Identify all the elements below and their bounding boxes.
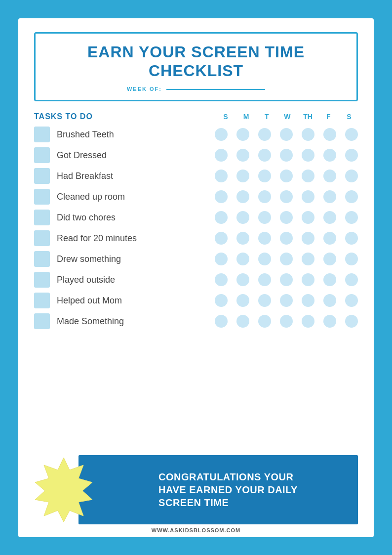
task-circle[interactable] (236, 232, 249, 245)
task-circle[interactable] (345, 170, 358, 182)
task-circle[interactable] (258, 253, 271, 265)
task-circle[interactable] (323, 149, 336, 162)
task-circle[interactable] (323, 315, 336, 328)
task-circle[interactable] (236, 211, 249, 224)
week-of-label: WEEK OF: (127, 86, 162, 92)
title-line1: EARN YOUR SCREEN TIME (87, 43, 305, 61)
task-circle[interactable] (236, 190, 249, 203)
task-circle[interactable] (302, 253, 314, 265)
task-circle[interactable] (236, 149, 249, 162)
task-circle[interactable] (258, 273, 271, 286)
task-circle[interactable] (215, 128, 228, 141)
task-circle[interactable] (258, 170, 271, 182)
task-circle[interactable] (215, 273, 228, 286)
task-circle[interactable] (302, 232, 314, 245)
task-checkbox[interactable] (34, 272, 50, 288)
task-circle[interactable] (236, 253, 249, 265)
task-circle[interactable] (258, 232, 271, 245)
task-circle[interactable] (236, 294, 249, 307)
task-circle[interactable] (302, 190, 314, 203)
task-circle[interactable] (323, 190, 336, 203)
task-circle[interactable] (280, 294, 293, 307)
website-footer: WWW.ASKIDSBLOSSOM.COM (34, 524, 358, 537)
task-circle[interactable] (345, 253, 358, 265)
task-circle[interactable] (345, 294, 358, 307)
task-circle[interactable] (302, 273, 314, 286)
task-circle[interactable] (280, 232, 293, 245)
task-circle[interactable] (302, 211, 314, 224)
task-circle[interactable] (323, 253, 336, 265)
day-fri: F (319, 113, 337, 121)
task-circle[interactable] (215, 232, 228, 245)
task-checkbox[interactable] (34, 251, 50, 267)
task-circle[interactable] (215, 149, 228, 162)
congrats-line3: SCREEN TIME (158, 497, 229, 508)
task-circle[interactable] (302, 149, 314, 162)
task-checkbox[interactable] (34, 168, 50, 184)
header-box: EARN YOUR SCREEN TIME CHECKLIST WEEK OF: (34, 32, 358, 102)
task-circle[interactable] (345, 273, 358, 286)
task-checkbox[interactable] (34, 210, 50, 225)
task-circle[interactable] (323, 128, 336, 141)
task-circle[interactable] (258, 211, 271, 224)
task-circle[interactable] (345, 128, 358, 141)
task-circle[interactable] (302, 170, 314, 182)
task-circle[interactable] (236, 128, 249, 141)
task-circle[interactable] (345, 190, 358, 203)
task-checkbox[interactable] (34, 230, 50, 246)
task-circle[interactable] (236, 273, 249, 286)
task-circles (215, 128, 358, 141)
task-label: Read for 20 minutes (57, 233, 215, 244)
task-circle[interactable] (280, 190, 293, 203)
task-circle[interactable] (323, 294, 336, 307)
task-circle[interactable] (280, 315, 293, 328)
task-circle[interactable] (302, 294, 314, 307)
task-checkbox[interactable] (34, 293, 50, 308)
task-label: Did two chores (57, 213, 215, 223)
task-circle[interactable] (215, 170, 228, 182)
footer-section: CONGRATULATIONS YOUR HAVE EARNED YOUR DA… (34, 455, 358, 524)
task-checkbox[interactable] (34, 189, 50, 205)
task-circle[interactable] (302, 128, 314, 141)
task-circle[interactable] (302, 315, 314, 328)
task-circle[interactable] (345, 149, 358, 162)
task-circle[interactable] (258, 294, 271, 307)
task-circle[interactable] (215, 294, 228, 307)
task-circle[interactable] (280, 128, 293, 141)
task-circle[interactable] (345, 232, 358, 245)
task-circle[interactable] (280, 211, 293, 224)
task-circle[interactable] (323, 170, 336, 182)
task-circle[interactable] (236, 315, 249, 328)
task-circles (215, 190, 358, 203)
task-row: Cleaned up room (34, 186, 358, 207)
task-circle[interactable] (258, 128, 271, 141)
task-circle[interactable] (280, 149, 293, 162)
task-circle[interactable] (323, 211, 336, 224)
task-circle[interactable] (215, 190, 228, 203)
task-circle[interactable] (345, 211, 358, 224)
week-of-row: WEEK OF: (45, 86, 347, 92)
day-headers: S M T W TH F S (217, 113, 358, 121)
task-circle[interactable] (258, 315, 271, 328)
task-circle[interactable] (280, 253, 293, 265)
task-row: Brushed Teeth (34, 124, 358, 145)
task-checkbox[interactable] (34, 147, 50, 163)
task-circle[interactable] (345, 315, 358, 328)
task-circle[interactable] (258, 190, 271, 203)
task-circle[interactable] (258, 149, 271, 162)
task-circle[interactable] (215, 315, 228, 328)
task-checkbox[interactable] (34, 313, 50, 329)
task-circle[interactable] (280, 273, 293, 286)
task-circle[interactable] (323, 232, 336, 245)
task-circle[interactable] (236, 170, 249, 182)
congrats-line2: HAVE EARNED YOUR DAILY (158, 484, 298, 495)
task-circle[interactable] (280, 170, 293, 182)
task-checkbox[interactable] (34, 127, 50, 142)
task-circle[interactable] (215, 211, 228, 224)
task-label: Had Breakfast (57, 171, 215, 181)
task-row: Read for 20 minutes (34, 228, 358, 249)
task-circle[interactable] (215, 253, 228, 265)
day-mon: M (237, 113, 255, 121)
task-row: Had Breakfast (34, 166, 358, 186)
task-circle[interactable] (323, 273, 336, 286)
